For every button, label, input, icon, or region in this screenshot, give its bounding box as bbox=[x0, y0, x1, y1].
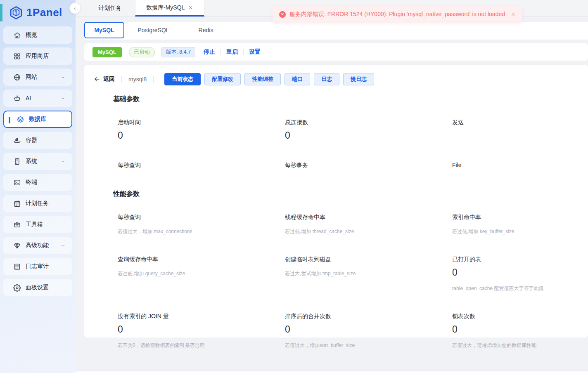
field-cell: 创建临时表到磁盘若过大,尝试增加 tmp_table_size bbox=[285, 256, 452, 303]
db-tab-mysql[interactable]: MySQL bbox=[84, 22, 124, 38]
divider bbox=[153, 76, 154, 83]
settings-icon-wrap bbox=[13, 284, 21, 292]
status-actions: 停止重启设置 bbox=[204, 48, 261, 56]
action-0[interactable]: 停止 bbox=[204, 48, 215, 56]
chevron-down-icon bbox=[60, 159, 66, 164]
detail-nav-button[interactable]: 性能调整 bbox=[244, 73, 281, 85]
detail-nav-buttons: 当前状态配置修改性能调整端口日志慢日志 bbox=[164, 73, 374, 85]
sidebar-item-diamond[interactable]: 高级功能 bbox=[3, 237, 72, 254]
sidebar-item-label: 面板设置 bbox=[26, 284, 49, 291]
field-label: 没有索引的 JOIN 量 bbox=[118, 313, 169, 320]
error-toast-message: 服务内部错误: ERROR 1524 (HY000): Plugin 'mysq… bbox=[289, 11, 505, 18]
chevron-down-icon bbox=[60, 243, 66, 248]
sidebar-item-container[interactable]: 容器 bbox=[3, 132, 72, 149]
field-label: 锁表次数 bbox=[452, 313, 475, 320]
field-label: 每秒事务 bbox=[285, 162, 308, 169]
error-toast: ✕ 服务内部错误: ERROR 1524 (HY000): Plugin 'my… bbox=[273, 6, 522, 23]
container-icon bbox=[13, 137, 21, 144]
toast-close-icon[interactable]: ✕ bbox=[511, 11, 516, 18]
home-icon-wrap bbox=[13, 31, 21, 39]
sidebar-item-calendar[interactable]: 计划任务 bbox=[3, 195, 72, 212]
detail-nav-button[interactable]: 当前状态 bbox=[164, 73, 201, 85]
sidebar-item-home[interactable]: 概览 bbox=[3, 26, 72, 44]
sidebar-item-label: 应用商店 bbox=[26, 52, 49, 60]
divider bbox=[243, 49, 244, 55]
chevron-wrap bbox=[60, 75, 66, 80]
sidebar-collapse-button[interactable] bbox=[69, 2, 81, 14]
db-tab-postgresql[interactable]: PostgreSQL bbox=[133, 22, 173, 38]
field-label: File bbox=[452, 162, 462, 168]
field-value: 0 bbox=[118, 324, 123, 335]
robot-icon-wrap bbox=[13, 94, 21, 102]
section-title: 性能参数 bbox=[113, 190, 588, 198]
globe-icon bbox=[13, 73, 21, 81]
sidebar-item-label: 概览 bbox=[26, 31, 37, 39]
sidebar-item-settings[interactable]: 面板设置 bbox=[3, 279, 72, 296]
sidebar-item-system[interactable]: 系统 bbox=[3, 153, 72, 170]
field-hint: 若过低,增加 query_cache_size bbox=[118, 270, 185, 277]
window-tab[interactable]: 计划任务 bbox=[85, 0, 135, 17]
sidebar-item-globe[interactable]: 网站 bbox=[3, 68, 72, 86]
version-badge: 版本: 8.4.7 bbox=[161, 47, 195, 57]
window-tab-label: 计划任务 bbox=[99, 5, 122, 12]
detail-header: 返回 mysql8 当前状态配置修改性能调整端口日志慢日志 bbox=[84, 73, 588, 85]
window-tab[interactable]: 数据库-MySQL bbox=[135, 0, 204, 17]
action-2[interactable]: 设置 bbox=[249, 48, 261, 56]
db-type-tabs: MySQLPostgreSQLRedis bbox=[84, 22, 588, 40]
field-cell: 查询缓存命中率若过低,增加 query_cache_size bbox=[118, 256, 285, 303]
field-cell: 每秒事务 bbox=[285, 162, 452, 180]
diamond-icon bbox=[13, 242, 21, 250]
appstore-icon bbox=[13, 52, 21, 60]
sidebar-item-label: 网站 bbox=[26, 73, 37, 81]
field-cell: 排序后的合并次数0若值过大，增加sort_buffer_size bbox=[285, 313, 452, 360]
field-value: 0 bbox=[118, 130, 123, 141]
detail-nav-button[interactable]: 日志 bbox=[314, 73, 339, 85]
active-indicator bbox=[9, 117, 10, 123]
container-icon-wrap bbox=[13, 137, 21, 144]
chevron-wrap bbox=[60, 96, 66, 101]
field-cell: File bbox=[452, 162, 588, 180]
brand-name: 1Panel bbox=[26, 6, 62, 19]
back-button[interactable]: 返回 bbox=[94, 76, 115, 83]
detail-nav-button[interactable]: 端口 bbox=[285, 73, 310, 85]
field-hint: table_open_cache 配置值应大于等于此值 bbox=[452, 285, 543, 292]
field-cell: 发送 bbox=[452, 119, 588, 152]
field-cell: 总连接数0 bbox=[285, 119, 452, 152]
detail-nav-button[interactable]: 慢日志 bbox=[343, 73, 374, 85]
chevron-wrap bbox=[60, 159, 66, 164]
sidebar-item-label: 高级功能 bbox=[26, 242, 49, 249]
field-value: 0 bbox=[285, 324, 290, 335]
chevron-left-icon bbox=[72, 5, 78, 11]
home-icon bbox=[13, 31, 21, 39]
sidebar-item-robot[interactable]: AI bbox=[3, 90, 72, 107]
detail-nav-button[interactable]: 配置修改 bbox=[204, 73, 241, 85]
field-hint: 若过低,增加 thread_cache_size bbox=[285, 228, 354, 235]
status-bar: MySQL 已启动 版本: 8.4.7 停止重启设置 bbox=[84, 43, 588, 61]
sidebar-item-toolbox[interactable]: 工具箱 bbox=[3, 216, 72, 233]
field-hint: 若值过大，请考虑增加您的数据库性能 bbox=[452, 342, 536, 349]
bottom-scroll-strip[interactable] bbox=[76, 370, 588, 373]
logo[interactable]: 1Panel bbox=[0, 0, 76, 20]
db-tab-redis[interactable]: Redis bbox=[186, 22, 226, 38]
sidebar-item-audit[interactable]: 日志审计 bbox=[3, 258, 72, 275]
toolbox-icon bbox=[13, 221, 21, 229]
action-1[interactable]: 重启 bbox=[226, 48, 238, 56]
robot-icon bbox=[13, 94, 21, 102]
field-value: 0 bbox=[452, 324, 458, 335]
chevron-wrap bbox=[60, 243, 66, 248]
field-row: 每秒查询若值过大，增加 max_connections线程缓存命中率若过低,增加… bbox=[118, 214, 588, 246]
field-value: 0 bbox=[452, 267, 458, 278]
field-label: 排序后的合并次数 bbox=[285, 313, 331, 320]
field-row: 每秒查询每秒事务File bbox=[118, 162, 588, 180]
field-cell: 没有索引的 JOIN 量0若不为0，请检查数据表的索引是否合理 bbox=[118, 313, 285, 360]
field-label: 创建临时表到磁盘 bbox=[285, 256, 331, 263]
sidebar-item-database[interactable]: 数据库 bbox=[3, 111, 72, 128]
tab-close[interactable] bbox=[188, 5, 193, 10]
diamond-icon-wrap bbox=[13, 242, 21, 250]
sidebar-item-terminal[interactable]: 终端 bbox=[3, 174, 72, 191]
sidebar-item-appstore[interactable]: 应用商店 bbox=[3, 47, 72, 65]
running-state-badge: 已启动 bbox=[129, 47, 155, 57]
system-icon bbox=[13, 158, 21, 165]
field-label: 总连接数 bbox=[285, 119, 308, 126]
calendar-icon bbox=[13, 200, 21, 208]
